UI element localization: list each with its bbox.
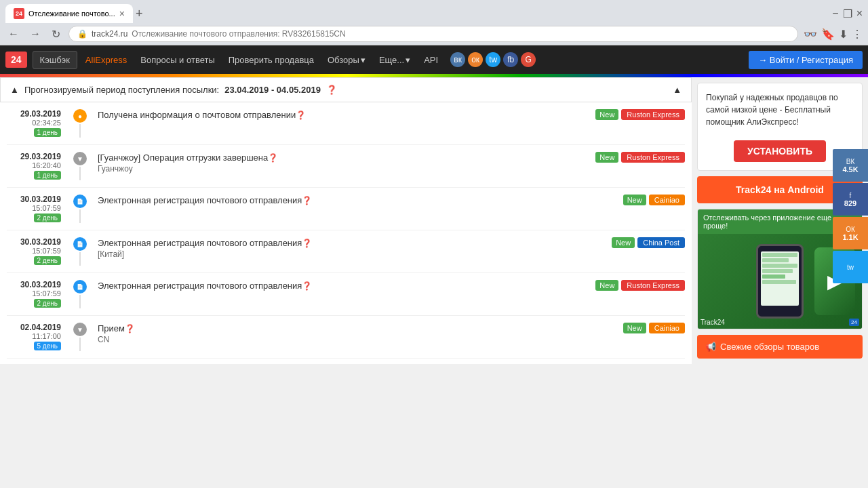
- maximize-button[interactable]: ❐: [843, 7, 852, 20]
- timeline-line: [79, 295, 81, 308]
- event-title: Электронная регистрация почтового отправ…: [98, 281, 312, 291]
- collapse-arrow-icon[interactable]: ▲: [10, 85, 19, 95]
- event-title: Электронная регистрация почтового отправ…: [98, 238, 312, 248]
- download-button[interactable]: ⬇: [839, 28, 848, 41]
- day-badge: 1 день: [34, 128, 61, 137]
- icon-col: ▼: [68, 323, 92, 351]
- icon-col: ●: [68, 109, 92, 138]
- browser-tools: 👓 🔖 ⬇ ⋮: [804, 28, 863, 41]
- twitter-nav-icon[interactable]: tw: [486, 52, 500, 67]
- refresh-button[interactable]: ↻: [49, 26, 63, 42]
- icon-col: 📄: [68, 280, 92, 308]
- tab-close-button[interactable]: ×: [119, 8, 125, 19]
- timeline-row: 30.03.201915:07:592 день📄Электронная рег…: [7, 273, 685, 316]
- news-text: Свежие обзоры товаров: [720, 342, 819, 352]
- delivery-label: Прогнозируемый период поступления посылк…: [24, 85, 219, 95]
- new-badge: New: [612, 237, 635, 248]
- carrier-badge: Ruston Express: [621, 109, 685, 120]
- help-icon[interactable]: ❓: [296, 110, 306, 120]
- date-text: 30.03.2019: [7, 195, 61, 204]
- back-button[interactable]: ←: [5, 26, 22, 41]
- timeline-row: 02.04.201911:17:005 день▼Прием❓NewCainia…: [7, 316, 685, 359]
- google-nav-icon[interactable]: G: [521, 52, 536, 67]
- event-col: Электронная регистрация почтового отправ…: [92, 195, 685, 205]
- site-navigation: 24 Кэшбэк AliExpress Вопросы и ответы Пр…: [0, 45, 868, 74]
- timeline-row: 29.03.201916:20:401 день▼[Гуанчжоу] Опер…: [7, 145, 685, 188]
- new-badge: New: [595, 152, 618, 163]
- timeline-icon: 📄: [73, 195, 87, 208]
- event-header: Прием❓NewCainiao: [98, 323, 685, 333]
- install-button[interactable]: УСТАНОВИТЬ: [734, 140, 826, 162]
- time-text: 15:07:59: [7, 289, 61, 298]
- news-box[interactable]: 📢 Свежие обзоры товаров: [697, 335, 863, 359]
- delivery-bar: ▲ Прогнозируемый период поступления посы…: [0, 77, 692, 102]
- close-window-button[interactable]: ×: [856, 7, 863, 20]
- time-text: 16:20:40: [7, 161, 61, 169]
- date-col: 30.03.201915:07:592 день: [7, 195, 68, 222]
- day-badge: 5 день: [34, 342, 61, 350]
- timeline-icon: 📄: [73, 280, 87, 293]
- help-icon[interactable]: ❓: [302, 281, 312, 291]
- help-icon[interactable]: ❓: [268, 153, 278, 163]
- expand-arrow-icon[interactable]: ▲: [673, 85, 682, 95]
- social-icons-nav: вк ок tw fb G: [450, 52, 536, 67]
- timeline-icon: ●: [73, 109, 87, 123]
- new-badge: New: [623, 195, 646, 205]
- browser-chrome: 24 Отслеживание почтово... × + − ❐ × ← →…: [0, 0, 868, 45]
- twitter-social-button[interactable]: tw: [833, 251, 868, 283]
- tab-bar: 24 Отслеживание почтово... × + − ❐ ×: [0, 0, 868, 23]
- day-badge: 1 день: [34, 171, 61, 180]
- time-text: 15:07:59: [7, 247, 61, 255]
- menu-button[interactable]: ⋮: [852, 28, 863, 41]
- timeline-row: 30.03.201915:07:592 день📄Электронная рег…: [7, 230, 685, 273]
- timeline-line: [79, 124, 81, 138]
- time-text: 02:34:25: [7, 119, 61, 127]
- help-icon[interactable]: ❓: [302, 239, 312, 248]
- vk-icon: ВК: [846, 158, 855, 165]
- help-icon[interactable]: ❓: [302, 196, 312, 205]
- address-input[interactable]: 🔒 track24.ru Отслеживание почтового отпр…: [68, 26, 798, 42]
- reviews-dropdown[interactable]: Обзоры: [322, 52, 371, 68]
- facebook-icon: f: [850, 192, 852, 199]
- facebook-social-button[interactable]: f 829: [833, 183, 868, 216]
- new-tab-button[interactable]: +: [136, 7, 143, 21]
- ok-social-button[interactable]: ОК 1.1K: [833, 217, 868, 249]
- event-badges: NewCainiao: [623, 195, 685, 205]
- minimize-button[interactable]: −: [832, 7, 838, 20]
- timeline-line: [79, 167, 81, 180]
- time-text: 15:07:59: [7, 204, 61, 212]
- help-icon[interactable]: ❓: [125, 324, 135, 333]
- icon-col: ▼: [68, 152, 92, 180]
- track24-badge: 24: [849, 319, 859, 326]
- ok-nav-icon[interactable]: ок: [468, 52, 483, 67]
- more-dropdown[interactable]: Еще...: [374, 52, 416, 68]
- api-nav-link[interactable]: API: [418, 52, 443, 68]
- event-col: Получена информация о почтовом отправлен…: [92, 109, 685, 120]
- bookmark-button[interactable]: 🔖: [821, 28, 835, 41]
- glasses-tool-button[interactable]: 👓: [804, 28, 817, 41]
- icon-col: 📄: [68, 237, 92, 266]
- cashback-button[interactable]: Кэшбэк: [33, 51, 77, 69]
- event-subtitle: [Китай]: [98, 249, 685, 259]
- vk-social-button[interactable]: ВК 4.5K: [833, 149, 868, 182]
- timeline-line: [79, 252, 81, 266]
- site-logo: 24: [5, 52, 27, 68]
- delivery-help-icon[interactable]: ❓: [326, 85, 337, 95]
- check-seller-nav-link[interactable]: Проверить продавца: [223, 52, 319, 68]
- timeline-icon: ▼: [73, 323, 87, 336]
- event-title: Получена информация о почтовом отправлен…: [98, 110, 306, 120]
- active-tab[interactable]: 24 Отслеживание почтово... ×: [5, 4, 133, 23]
- aliexpress-nav-link[interactable]: AliExpress: [80, 52, 132, 68]
- tracking-panel: ▲ Прогнозируемый период поступления посы…: [0, 77, 692, 364]
- vk-nav-icon[interactable]: вк: [450, 52, 465, 67]
- event-col: Прием❓NewCainiaoCN: [92, 323, 685, 344]
- facebook-nav-icon[interactable]: fb: [503, 52, 518, 67]
- timeline-row: 29.03.201902:34:251 день●Получена информ…: [7, 102, 685, 145]
- event-badges: NewChina Post: [612, 237, 685, 248]
- questions-nav-link[interactable]: Вопросы и ответы: [135, 52, 220, 68]
- date-col: 29.03.201916:20:401 день: [7, 152, 68, 180]
- login-button[interactable]: → Войти / Регистрация: [749, 51, 863, 69]
- timeline-line: [79, 209, 81, 223]
- forward-button[interactable]: →: [27, 26, 43, 41]
- new-badge: New: [595, 109, 618, 120]
